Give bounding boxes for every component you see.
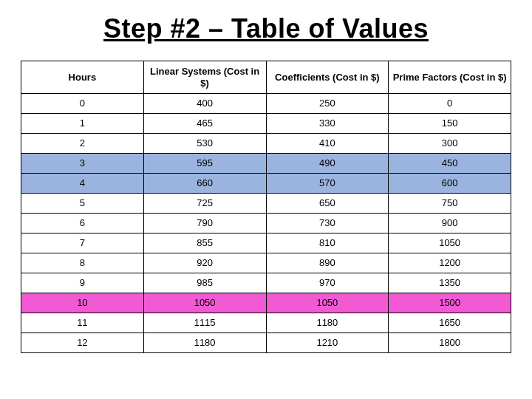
cell-prime: 1500 (389, 293, 511, 313)
cell-linear: 660 (143, 174, 266, 194)
cell-prime: 600 (389, 174, 511, 194)
cell-prime: 1650 (389, 313, 511, 333)
table-row: 9 985 970 1350 (21, 273, 511, 293)
cell-hours: 1 (21, 114, 144, 134)
cell-linear: 1050 (143, 293, 266, 313)
cell-coeff: 650 (266, 194, 389, 214)
table-header: Hours Linear Systems (Cost in $) Coeffic… (21, 61, 511, 94)
table-row: 10 1050 1050 1500 (21, 293, 511, 313)
cell-prime: 150 (389, 114, 511, 134)
cell-coeff: 570 (266, 174, 389, 194)
cell-hours: 4 (21, 174, 144, 194)
cell-coeff: 250 (266, 94, 389, 114)
cell-linear: 400 (143, 94, 266, 114)
cell-linear: 465 (143, 114, 266, 134)
table-row: 7 855 810 1050 (21, 233, 511, 253)
cell-hours: 5 (21, 194, 144, 214)
cell-hours: 11 (21, 313, 144, 333)
cell-coeff: 410 (266, 134, 389, 154)
cell-hours: 7 (21, 233, 144, 253)
values-table: Hours Linear Systems (Cost in $) Coeffic… (21, 61, 511, 353)
cell-hours: 6 (21, 214, 144, 233)
cell-linear: 920 (143, 253, 266, 273)
cell-coeff: 970 (266, 273, 389, 293)
table-row: 3 595 490 450 (21, 154, 511, 174)
table-row: 12 1180 1210 1800 (21, 333, 511, 353)
table-row: 0 400 250 0 (21, 94, 511, 114)
table-body: 0 400 250 0 1 465 330 150 2 530 410 300 … (21, 94, 511, 353)
cell-prime: 900 (389, 214, 511, 233)
cell-linear: 790 (143, 214, 266, 233)
cell-coeff: 1180 (266, 313, 389, 333)
col-prime-factors: Prime Factors (Cost in $) (389, 61, 511, 94)
cell-coeff: 490 (266, 154, 389, 174)
cell-linear: 855 (143, 233, 266, 253)
table-row: 5 725 650 750 (21, 194, 511, 214)
cell-hours: 3 (21, 154, 144, 174)
cell-hours: 8 (21, 253, 144, 273)
cell-coeff: 730 (266, 214, 389, 233)
cell-prime: 1200 (389, 253, 511, 273)
cell-prime: 750 (389, 194, 511, 214)
cell-linear: 725 (143, 194, 266, 214)
cell-prime: 0 (389, 94, 511, 114)
cell-hours: 2 (21, 134, 144, 154)
table-row: 2 530 410 300 (21, 134, 511, 154)
cell-linear: 1180 (143, 333, 266, 353)
cell-linear: 595 (143, 154, 266, 174)
table-header-row: Hours Linear Systems (Cost in $) Coeffic… (21, 61, 511, 94)
cell-coeff: 330 (266, 114, 389, 134)
table-row: 8 920 890 1200 (21, 253, 511, 273)
table-row: 11 1115 1180 1650 (21, 313, 511, 333)
cell-coeff: 890 (266, 253, 389, 273)
cell-prime: 1800 (389, 333, 511, 353)
cell-hours: 9 (21, 273, 144, 293)
col-linear-systems: Linear Systems (Cost in $) (143, 61, 266, 94)
cell-hours: 0 (21, 94, 144, 114)
col-coefficients: Coefficients (Cost in $) (266, 61, 389, 94)
table-row: 6 790 730 900 (21, 214, 511, 233)
slide: Step #2 – Table of Values Hours Linear S… (0, 0, 532, 399)
table-row: 1 465 330 150 (21, 114, 511, 134)
table-row: 4 660 570 600 (21, 174, 511, 194)
cell-linear: 985 (143, 273, 266, 293)
cell-prime: 1350 (389, 273, 511, 293)
cell-hours: 10 (21, 293, 144, 313)
cell-prime: 450 (389, 154, 511, 174)
page-title: Step #2 – Table of Values (21, 13, 511, 44)
cell-coeff: 1210 (266, 333, 389, 353)
col-hours: Hours (21, 61, 144, 94)
cell-hours: 12 (21, 333, 144, 353)
cell-linear: 1115 (143, 313, 266, 333)
cell-linear: 530 (143, 134, 266, 154)
cell-coeff: 1050 (266, 293, 389, 313)
cell-coeff: 810 (266, 233, 389, 253)
cell-prime: 300 (389, 134, 511, 154)
cell-prime: 1050 (389, 233, 511, 253)
